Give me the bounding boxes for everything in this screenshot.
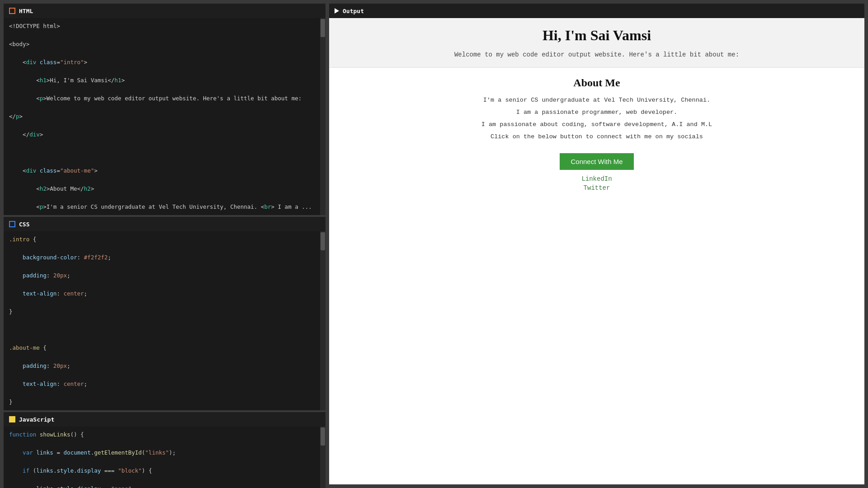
connect-button[interactable]: Connect With Me [560,153,633,170]
html-editor-header: HTML [4,4,326,18]
css-label: CSS [19,221,29,228]
js-editor-section: JavaScript function showLinks() { var li… [4,412,326,488]
html-editor-body[interactable]: <!DOCTYPE html> <body> <div class="intro… [4,18,326,215]
output-label: Output [343,8,364,14]
page-title: Hi, I'm Sai Vamsi [338,27,855,44]
about-heading: About Me [338,77,855,89]
right-panel: Output Hi, I'm Sai Vamsi Welcome to my w… [329,0,868,488]
js-editor-body[interactable]: function showLinks() { var links = docum… [4,427,326,488]
about-line1: I'm a senior CS undergraduate at Vel Tec… [338,95,855,106]
intro-section: Hi, I'm Sai Vamsi Welcome to my web code… [329,18,864,68]
js-editor-header: JavaScript [4,412,326,427]
about-section: About Me I'm a senior CS undergraduate a… [329,68,864,201]
css-icon [9,221,15,227]
html-icon [9,8,15,14]
about-line3: I am passionate about coding, software d… [338,120,855,130]
css-editor-header: CSS [4,217,326,231]
about-line2: I am a passionate programmer, web develo… [338,108,855,118]
html-label: HTML [19,8,33,14]
js-label: JavaScript [19,416,54,423]
social-links: LinkedIn Twitter [338,175,855,192]
linkedin-link[interactable]: LinkedIn [581,175,612,183]
css-editor-section: CSS .intro { background-color: #f2f2f2; … [4,217,326,410]
play-icon [335,8,339,14]
js-icon [9,416,15,422]
twitter-link[interactable]: Twitter [584,184,610,192]
intro-subtitle: Welcome to my web code editor output web… [338,51,855,58]
output-header: Output [329,4,864,18]
css-editor-body[interactable]: .intro { background-color: #f2f2f2; padd… [4,231,326,410]
about-line4: Click on the below button to connect wit… [338,132,855,142]
html-editor-section: HTML <!DOCTYPE html> <body> <div class="… [4,4,326,215]
output-body: Hi, I'm Sai Vamsi Welcome to my web code… [329,18,864,484]
left-panel: HTML <!DOCTYPE html> <body> <div class="… [0,0,329,488]
